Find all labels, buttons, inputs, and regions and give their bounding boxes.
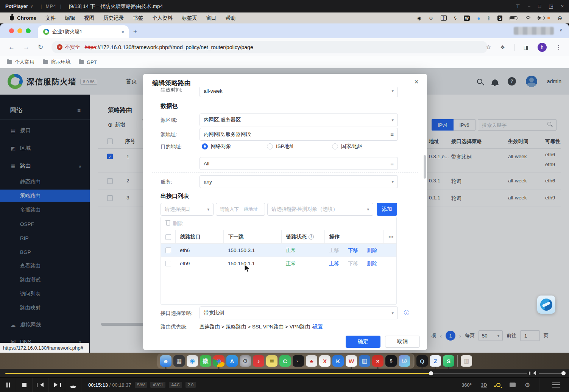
menu-edit[interactable]: 编辑 (65, 15, 75, 22)
close-icon[interactable]: × (561, 3, 564, 9)
tab-close-icon[interactable]: × (121, 29, 124, 35)
dock-capcut-icon[interactable]: C (279, 355, 291, 367)
dock-appstore-icon[interactable]: A (226, 355, 238, 367)
select-all-checkbox[interactable] (165, 234, 171, 240)
next-button[interactable] (49, 378, 65, 392)
menu-bookmarks[interactable]: 书签 (133, 15, 143, 22)
seek-bar[interactable] (0, 369, 569, 377)
bookmark-folder-gpt[interactable]: GPT (79, 59, 97, 65)
playlist-menu-icon[interactable] (552, 383, 560, 387)
row-checkbox[interactable] (165, 247, 171, 253)
dock-trash-icon[interactable]: ▥ (461, 355, 472, 367)
seek-knob[interactable] (429, 371, 433, 375)
control-center-icon[interactable] (538, 16, 545, 20)
move-up-link[interactable]: 上移 (329, 244, 339, 257)
priority-settings-link[interactable]: 设置 (313, 324, 323, 330)
menu-help[interactable]: 帮助 (226, 15, 236, 22)
dock-s-tool-icon[interactable]: S (443, 355, 454, 367)
browser-tab[interactable]: 企业1防火墙1 × (38, 25, 129, 38)
menu-profile[interactable]: 个人资料 (152, 15, 173, 22)
volume-knob[interactable] (561, 371, 566, 375)
volume-track[interactable] (539, 373, 563, 374)
dock-launchpad-icon[interactable]: ▦ (173, 355, 185, 367)
menu-history[interactable]: 历史记录 (103, 15, 124, 22)
nexthop-input[interactable]: 请输入下一跳地址 (216, 203, 265, 216)
list-picker-icon[interactable]: ≡ (390, 131, 394, 138)
src-addr-input[interactable]: 内网网段,服务器网段 ≡ (200, 128, 398, 141)
service-select[interactable]: any ▾ (200, 175, 398, 188)
modal-scrollbar-thumb[interactable] (424, 155, 426, 179)
menu-tabs[interactable]: 标签页 (182, 15, 197, 22)
move-down-link[interactable]: 下移 (348, 257, 358, 270)
bookmark-folder-personal[interactable]: 个人常用 (7, 59, 34, 65)
menu-view[interactable]: 视图 (84, 15, 94, 22)
link-probe-select[interactable]: 请选择链路检测对象（选填） ▾ (267, 203, 373, 216)
snip-icon[interactable]: ϟ (454, 15, 457, 21)
dock-iterm-icon[interactable]: $ (385, 355, 397, 367)
dock-chrome-icon[interactable]: ◉ (213, 355, 224, 367)
info-icon[interactable]: i (309, 234, 314, 240)
row-checkbox[interactable] (165, 261, 171, 266)
not-secure-label[interactable]: 不安全 (65, 44, 80, 51)
profile-avatar[interactable]: h (538, 43, 547, 52)
bookmark-star-icon[interactable]: ☆ (486, 44, 491, 51)
dock-wechat-icon[interactable]: 微 (200, 355, 211, 367)
dnd-icon[interactable]: ⊖ (557, 15, 562, 22)
dock-terminal-icon[interactable]: ›_ (293, 355, 304, 367)
list-picker-icon[interactable]: ≡ (390, 160, 394, 167)
cancel-button[interactable]: 取消 (385, 336, 420, 348)
dock-settings-icon[interactable]: ⚙ (240, 355, 251, 367)
delete-selected-button[interactable]: 删除 (173, 220, 183, 227)
smiley-icon[interactable]: ☺ (429, 15, 433, 21)
playlist-search-icon[interactable] (496, 383, 500, 387)
side-panel-icon[interactable]: ◨ (524, 44, 528, 50)
record-status-icon[interactable]: ◉ (417, 16, 421, 21)
extensions-icon[interactable]: ❖ (500, 44, 505, 50)
dock-netease-icon[interactable]: × (372, 355, 383, 367)
dock-safari-icon[interactable]: ◉ (187, 355, 198, 367)
potplayer-app-name[interactable]: PotPlayer (5, 3, 28, 9)
dialog-close-icon[interactable]: × (414, 78, 419, 86)
page-url[interactable]: https://172.16.0.130/framework.php#/mod_… (85, 44, 253, 50)
dock-stickies-icon[interactable]: ≣ (266, 355, 277, 367)
interface-row-eth6[interactable]: eth6 150.150.3.1 正常 上移 下移 删除 (161, 244, 396, 257)
menubar-app-name[interactable]: Chrome (17, 15, 36, 21)
new-tab-button[interactable]: + (133, 28, 137, 35)
traffic-close-button[interactable] (9, 28, 14, 33)
dock-douyin-icon[interactable]: ♪ (253, 355, 264, 367)
previous-button[interactable] (33, 378, 49, 392)
radio-network-object[interactable]: 网络对象 (202, 143, 231, 150)
dock-remote-desktop-icon[interactable]: ▥ (359, 355, 370, 367)
sunlogin-tray-icon[interactable]: S (497, 16, 502, 21)
dock-wps-icon[interactable]: W (346, 355, 357, 367)
col-more[interactable]: ⋯ (383, 230, 397, 244)
fullscreen-icon[interactable]: ◳ (549, 3, 553, 9)
menu-window[interactable]: 窗口 (206, 15, 217, 22)
not-secure-icon[interactable]: × (57, 44, 62, 50)
pause-button[interactable] (0, 378, 16, 392)
ok-button[interactable]: 确定 (346, 336, 380, 348)
src-zone-select[interactable]: 内网区,服务器区 ▾ (200, 114, 398, 126)
dock-finder-icon[interactable]: ☻ (160, 355, 171, 367)
pin-icon[interactable]: ⊤ (516, 3, 520, 9)
dst-object-input[interactable]: All ≡ (200, 157, 398, 170)
ime-icon[interactable]: 中 (441, 15, 447, 21)
interface-select[interactable]: 请选择接口 ▾ (161, 203, 214, 216)
traffic-minimize-button[interactable] (17, 28, 22, 33)
move-up-link[interactable]: 上移 (329, 257, 339, 270)
speaker-icon[interactable] (531, 371, 536, 375)
menu-file[interactable]: 文件 (45, 15, 56, 22)
radio-isp-addr[interactable]: ISP地址 (267, 143, 295, 150)
tab-search-chevron-icon[interactable]: ∨ (559, 27, 563, 33)
browser-menu-icon[interactable]: ⋮ (556, 44, 561, 51)
dock-kugou-icon[interactable]: K (332, 355, 344, 367)
maximize-icon[interactable]: □ (538, 3, 541, 9)
interface-row-eth9[interactable]: eth9 150.150.1.1 正常 上移 下移 删除 (161, 257, 396, 270)
subtitle-icon[interactable] (510, 383, 516, 387)
stop-button[interactable] (16, 378, 33, 392)
delete-link[interactable]: 删除 (367, 244, 377, 257)
sangfor-float-widget[interactable] (537, 296, 555, 314)
traffic-zoom-button[interactable] (26, 28, 31, 33)
minimize-icon[interactable]: − (528, 3, 531, 9)
policy-select[interactable]: 带宽比例 ▾ (200, 306, 398, 319)
